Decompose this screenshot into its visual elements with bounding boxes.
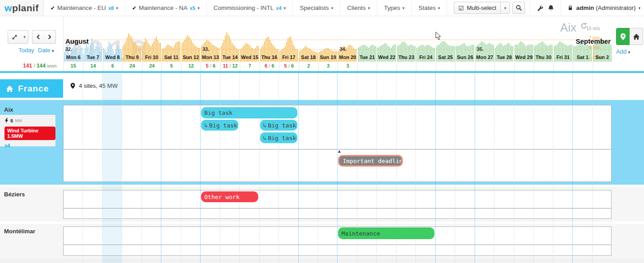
capacity-strip: 1514624245125 / 611 / 1276 / 65 / 6233 [64, 62, 612, 72]
nav-menu-commissioning-intl[interactable]: Commissioning - INTLx4▾ [207, 0, 293, 16]
map-pin-button[interactable] [616, 28, 630, 45]
chevron-down-icon: ▾ [628, 50, 630, 54]
expand-diagonal-icon [11, 34, 18, 41]
day-label: Fri 10 [142, 54, 161, 60]
day-label: Wed 8 [103, 54, 122, 60]
notifications-button[interactable] [545, 2, 556, 14]
capacity-cell [377, 62, 396, 71]
chevron-down-icon: ▾ [284, 6, 286, 10]
task-bar-other-work[interactable]: Other work [201, 191, 258, 202]
capacity-cell: 24 [142, 62, 161, 71]
task-bar-important-deadline[interactable]: Important deadline [338, 155, 403, 167]
nav-menu-label: Maintenance - EU [57, 5, 106, 11]
chevron-down-icon: ▾ [23, 35, 26, 39]
week-number: 35. [477, 46, 484, 52]
capacity-cell: 5 / 6 [201, 62, 220, 71]
turbine-type-badge[interactable]: Wind Turbine 1.5MW [5, 127, 55, 140]
subtask-arrow-icon: ↳ [263, 122, 267, 129]
app-logo[interactable]: wplanif [0, 0, 44, 16]
next-button[interactable] [44, 30, 56, 44]
task-label: Big task [268, 122, 296, 129]
nav-menu-types[interactable]: Types▾ [377, 0, 412, 16]
gantt-box-aix[interactable] [63, 105, 612, 182]
nav-menu-specialists[interactable]: Specialists▾ [293, 0, 340, 16]
lane-divider [64, 149, 611, 150]
site-label-aix[interactable]: Aix [4, 106, 13, 113]
production-target: 144 [37, 63, 46, 69]
production-unit: MWh [47, 64, 57, 68]
chevron-down-icon: ▾ [331, 6, 333, 10]
nav-menu-states[interactable]: States▾ [412, 0, 448, 16]
task-bar-maintenance[interactable]: Maintenance [338, 227, 434, 239]
today-link[interactable]: Today [18, 47, 34, 54]
day-label: Tue 28 [494, 54, 514, 60]
divider [561, 0, 561, 16]
task-label: Maintenance [341, 230, 380, 237]
home-icon [6, 85, 14, 92]
gantt-box-montelimar[interactable] [63, 227, 612, 256]
capacity-cell: 6 [103, 62, 122, 71]
multiselect-button[interactable]: ☑ Multi-select [454, 2, 501, 14]
capacity-cell [357, 62, 377, 71]
nav-menu-maintenance-na[interactable]: ✔Maintenance - NAx5▾ [125, 0, 207, 16]
chevron-down-icon: ▾ [52, 49, 54, 53]
app: wplanif ✔Maintenance - EUx8▾✔Maintenance… [0, 0, 644, 263]
capacity-cell: 5 [161, 62, 181, 71]
add-dropdown[interactable]: Add ▾ [616, 48, 630, 55]
location-pin-icon [70, 82, 76, 89]
day-label: Sat 11 [161, 54, 181, 60]
task-bar-big-task[interactable]: ↳Big task [260, 120, 297, 131]
day-label: Sat 1 [573, 54, 592, 60]
day-label: Sat 18 [299, 54, 318, 60]
wrench-icon [536, 5, 544, 12]
nav-menu-maintenance-eu[interactable]: ✔Maintenance - EUx8▾ [44, 0, 125, 16]
task-bar-big-task[interactable]: Big task [201, 107, 297, 118]
home-button[interactable] [630, 28, 643, 45]
task-bar-big-task[interactable]: ↳Big task [260, 132, 297, 143]
multiselect-caret-button[interactable]: ▾ [501, 2, 510, 14]
day-label: Mon 6 [64, 54, 83, 60]
wind-scale-label: 7 m/s [589, 36, 600, 41]
tools-button[interactable] [534, 2, 545, 14]
chevron-down-icon: ▾ [116, 6, 118, 10]
region-header[interactable]: France [0, 79, 63, 98]
user-menu[interactable]: admin (Administrator) ▾ [566, 5, 640, 11]
search-icon [516, 5, 522, 11]
user-name: admin [576, 5, 594, 11]
chevron-left-icon [36, 34, 41, 40]
task-bar-big-task[interactable]: ↳Big task [201, 120, 238, 131]
capacity-cell: 5 / 6 [279, 62, 298, 71]
nav-menu-label: Clients [347, 5, 365, 11]
selected-site-title: Aix [560, 21, 576, 35]
timeline-header[interactable]: 2018 AugustSeptember10 m/s7 m/s4 m/s1 m/… [63, 16, 612, 72]
chevron-down-icon: ▾ [638, 6, 640, 10]
region-name: France [18, 84, 49, 94]
zoom-range-button[interactable] [8, 30, 22, 44]
day-label: Mon 13 [201, 54, 220, 60]
capacity-cell [397, 62, 416, 71]
nav-menu-clients[interactable]: Clients▾ [340, 0, 377, 16]
multiselect-group: ☑ Multi-select ▾ [454, 2, 510, 14]
day-label: Sun 26 [455, 54, 475, 60]
task-label: Big task [204, 109, 233, 116]
date-link[interactable]: Date ▾ [38, 47, 54, 54]
region-summary: 4 sites, 45 MW [70, 82, 118, 89]
site-label-beziers[interactable]: Béziers [4, 191, 25, 198]
capacity-cell: 3 [338, 62, 357, 71]
search-button[interactable] [512, 2, 525, 14]
capacity-cell [534, 62, 553, 71]
nav-menus: ✔Maintenance - EUx8▾✔Maintenance - NAx5▾… [44, 0, 447, 16]
multiselect-icon: ☑ [458, 5, 464, 12]
capacity-cell: 3 [318, 62, 338, 71]
gantt-box-beziers[interactable] [63, 190, 612, 219]
capacity-cell: 15 [64, 62, 83, 71]
navbar: wplanif ✔Maintenance - EUx8▾✔Maintenance… [0, 0, 644, 16]
zoom-range-caret[interactable]: ▾ [21, 30, 28, 44]
nav-right: ☑ Multi-select ▾ admin (Administrator) ▾ [454, 0, 644, 16]
site-info-panel: 6MW Wind Turbine 1.5MW x4 [0, 115, 55, 146]
prev-button[interactable] [32, 30, 44, 44]
month-label-august: August [65, 37, 89, 45]
site-label-montelimar[interactable]: Montélimar [4, 228, 35, 235]
refresh-button[interactable] [580, 23, 587, 29]
location-pin-icon [620, 33, 626, 41]
